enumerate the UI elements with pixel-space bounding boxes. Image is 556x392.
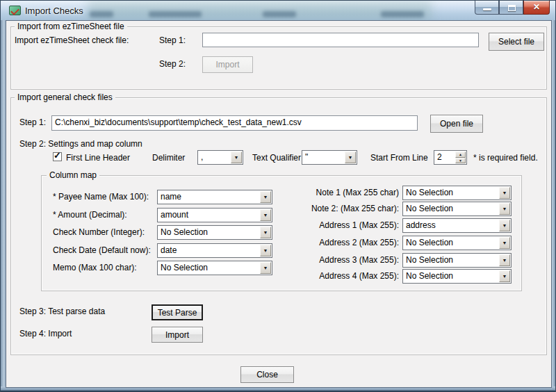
address3-value: No Selection	[406, 255, 497, 265]
general-step2-label: Step 2: Settings and map column	[19, 139, 142, 149]
delimiter-label: Delimiter	[152, 153, 185, 163]
checkmark-icon: ✓	[54, 150, 61, 161]
chevron-down-icon[interactable]: ▼	[499, 270, 510, 282]
chevron-down-icon[interactable]: ▼	[499, 203, 510, 215]
general-import-button[interactable]: Import	[152, 327, 203, 343]
column-map-title: Column map	[47, 170, 99, 180]
general-group-title: Import general check files	[15, 92, 115, 102]
spin-up-icon[interactable]: ▲	[455, 152, 466, 158]
eztimesheet-file-label: Import ezTimeSheet check file:	[15, 35, 129, 45]
open-file-button[interactable]: Open file	[430, 115, 483, 133]
background-blur-shape	[381, 11, 424, 17]
chevron-down-icon[interactable]: ▼	[499, 187, 510, 199]
amount-select[interactable]: amount ▼	[157, 208, 272, 222]
start-from-line-label: Start From Line	[370, 153, 428, 163]
window-title: Import Checks	[25, 6, 83, 16]
close-icon: ✕	[524, 2, 549, 12]
eztimesheet-group-title: Import from ezTimeSheet file	[15, 22, 127, 31]
step4-label: Step 4: Import	[19, 329, 72, 338]
check-number-value: No Selection	[161, 227, 258, 237]
check-number-label: Check Number (Integer):	[53, 227, 145, 237]
address1-value: address	[406, 220, 497, 230]
delimiter-select[interactable]: , ▼	[197, 150, 243, 165]
maximize-button[interactable]	[499, 1, 523, 15]
dialog-client-area: Import from ezTimeSheet file Import ezTi…	[6, 20, 552, 388]
background-blur-shape	[263, 11, 296, 17]
check-file-path-input[interactable]: C:\chenxi_biz\documents\support\temp\che…	[51, 115, 418, 131]
payee-name-value: name	[161, 192, 258, 202]
maximize-icon	[508, 5, 516, 11]
address3-select[interactable]: No Selection ▼	[402, 253, 512, 268]
check-date-label: Check Date (Default now):	[53, 245, 151, 255]
address2-value: No Selection	[406, 238, 497, 247]
note2-value: No Selection	[406, 204, 497, 213]
close-window-button[interactable]: ✕	[523, 1, 550, 15]
text-qualifier-value: "	[305, 152, 343, 162]
minimize-button[interactable]	[475, 1, 499, 15]
text-qualifier-label: Text Qualifier	[252, 153, 301, 163]
note1-value: No Selection	[406, 188, 497, 197]
chevron-down-icon[interactable]: ▼	[260, 262, 271, 274]
eztimesheet-step1-label: Step 1:	[159, 35, 186, 45]
step3-label: Step 3: Test parse data	[19, 307, 105, 316]
note2-select[interactable]: No Selection ▼	[402, 202, 512, 216]
eztimesheet-step2-label: Step 2:	[159, 59, 186, 69]
amount-value: amount	[161, 210, 258, 220]
delimiter-value: ,	[201, 152, 229, 162]
aero-glass-tint	[88, 1, 432, 20]
title-bar[interactable]: Import Checks ✕	[1, 1, 555, 20]
note2-label: Note 2: (Max 255 char):	[298, 204, 399, 213]
chevron-down-icon[interactable]: ▼	[260, 245, 271, 256]
minimize-icon	[483, 8, 491, 10]
general-step1-label: Step 1:	[19, 117, 46, 127]
check-number-select[interactable]: No Selection ▼	[157, 225, 272, 240]
memo-value: No Selection	[161, 263, 258, 272]
chevron-down-icon[interactable]: ▼	[499, 237, 510, 249]
address3-label: Address 3 (Max 255):	[298, 255, 399, 265]
check-date-value: date	[161, 245, 258, 255]
start-from-line-value: 2	[437, 152, 442, 162]
address1-select[interactable]: address ▼	[402, 218, 512, 233]
test-parse-button[interactable]: Test Parse	[152, 304, 203, 320]
start-from-line-stepper[interactable]: 2 ▲ ▼	[434, 150, 467, 165]
payee-name-select[interactable]: name ▼	[157, 190, 272, 204]
address1-label: Address 1 (Max 255):	[298, 220, 399, 230]
text-qualifier-select[interactable]: " ▼	[302, 150, 357, 165]
chevron-down-icon[interactable]: ▼	[499, 254, 510, 266]
select-file-button[interactable]: Select file	[489, 33, 544, 51]
required-field-note: * is required field.	[473, 153, 538, 163]
address2-select[interactable]: No Selection ▼	[402, 236, 512, 250]
chevron-down-icon[interactable]: ▼	[345, 152, 356, 163]
chevron-down-icon[interactable]: ▼	[260, 209, 271, 221]
import-checks-app-icon	[9, 6, 21, 15]
memo-select[interactable]: No Selection ▼	[157, 261, 272, 275]
chevron-down-icon[interactable]: ▼	[260, 227, 271, 238]
address2-label: Address 2 (Max 255):	[298, 238, 399, 247]
close-button[interactable]: Close	[240, 366, 294, 383]
eztimesheet-file-input[interactable]	[202, 33, 479, 47]
payee-name-label: * Payee Name (Max 100):	[53, 192, 149, 202]
chevron-down-icon[interactable]: ▼	[260, 191, 271, 203]
first-line-header-checkbox[interactable]: ✓	[53, 152, 62, 161]
spin-down-icon[interactable]: ▼	[455, 158, 466, 164]
note1-select[interactable]: No Selection ▼	[402, 186, 512, 200]
eztimesheet-import-button[interactable]: Import	[202, 56, 253, 73]
note1-label: Note 1 (Max 255 char)	[298, 188, 399, 197]
address4-value: No Selection	[406, 271, 497, 281]
check-date-select[interactable]: date ▼	[157, 243, 272, 258]
background-blur-shape	[90, 11, 113, 17]
window-frame-left	[1, 20, 6, 386]
memo-label: Memo (Max 100 char):	[53, 263, 137, 272]
address4-select[interactable]: No Selection ▼	[402, 269, 512, 284]
chevron-down-icon[interactable]: ▼	[231, 152, 242, 163]
chevron-down-icon[interactable]: ▼	[499, 220, 510, 231]
background-blur-shape	[149, 11, 202, 17]
address4-label: Address 4 (Max 255):	[298, 271, 399, 281]
first-line-header-label: First Line Header	[66, 153, 130, 163]
import-checks-window: Import Checks ✕ Import from ezTimeSheet …	[0, 0, 556, 392]
amount-label: * Amount (Decimal):	[53, 210, 127, 220]
caption-buttons: ✕	[475, 1, 550, 15]
